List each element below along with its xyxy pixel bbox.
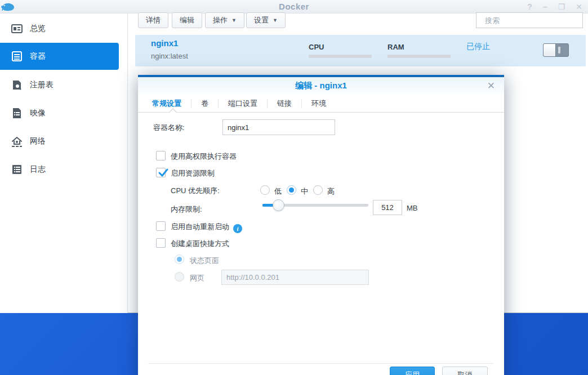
high-privilege-checkbox[interactable] <box>156 151 166 160</box>
sidebar-item-label: 日志 <box>30 164 46 175</box>
dialog-footer-divider <box>148 363 494 364</box>
network-icon <box>10 135 24 148</box>
cpu-high-radio[interactable] <box>313 185 323 195</box>
sidebar-item-container[interactable]: 容器 <box>0 43 119 70</box>
toggle-knob <box>544 44 556 56</box>
cpu-low-label: 低 <box>274 186 282 197</box>
status-page-label: 状态页面 <box>190 256 219 266</box>
close-window-icon[interactable]: ✕ <box>576 3 582 11</box>
maximize-icon[interactable]: ❐ <box>558 3 565 11</box>
details-button[interactable]: 详情 <box>138 12 168 28</box>
ram-meter-bar <box>387 55 451 58</box>
resource-limit-label: 启用资源限制 <box>171 168 215 178</box>
container-icon <box>10 50 24 63</box>
registry-icon <box>10 78 24 92</box>
auto-restart-checkbox[interactable] <box>156 221 166 231</box>
sidebar-item-network[interactable]: 网络 <box>0 134 119 149</box>
sidebar-item-image[interactable]: 映像 <box>0 106 119 120</box>
tab-environment[interactable]: 环境 <box>302 99 336 109</box>
apply-button[interactable]: 应用 <box>390 367 435 375</box>
close-dialog-icon[interactable]: ✕ <box>487 80 495 92</box>
overview-icon <box>10 22 24 35</box>
search-input[interactable] <box>485 16 584 25</box>
minimize-icon[interactable]: – <box>543 3 547 11</box>
container-name[interactable]: nginx1 <box>151 38 178 48</box>
high-privilege-label: 使用高权限执行容器 <box>171 151 237 162</box>
container-name-label: 容器名称: <box>153 123 185 133</box>
action-dropdown-button[interactable]: 操作▼ <box>205 12 244 28</box>
resource-limit-checkbox[interactable] <box>156 168 166 177</box>
cpu-label: CPU <box>309 43 324 51</box>
active-tab-notch <box>169 109 177 113</box>
tab-general-settings[interactable]: 常规设置 <box>142 99 191 109</box>
container-row-nginx1[interactable]: nginx1 nginx:latest CPU RAM 已停止 <box>135 35 586 66</box>
memory-unit-label: MB <box>407 204 418 212</box>
desktop-shortcut-label: 创建桌面快捷方式 <box>171 239 229 249</box>
cpu-medium-radio[interactable] <box>287 185 296 195</box>
sidebar: 总览 容器 注册表 映像 网络 <box>0 14 128 313</box>
tab-volume[interactable]: 卷 <box>191 99 218 109</box>
cpu-priority-label: CPU 优先顺序: <box>171 186 220 196</box>
check-icon <box>157 167 170 179</box>
container-name-input[interactable] <box>222 119 335 135</box>
sidebar-item-label: 映像 <box>30 108 46 118</box>
window-titlebar: Docker ? – ❐ ✕ <box>0 0 588 14</box>
log-icon <box>10 163 24 176</box>
sidebar-item-overview[interactable]: 总览 <box>0 21 119 36</box>
info-icon[interactable]: i <box>233 224 242 233</box>
sidebar-item-label: 注册表 <box>30 80 54 90</box>
tab-port-settings[interactable]: 端口设置 <box>219 99 267 109</box>
cpu-low-radio[interactable] <box>260 185 270 195</box>
cancel-button[interactable]: 取消 <box>442 367 488 375</box>
sidebar-item-registry[interactable]: 注册表 <box>0 78 119 92</box>
power-toggle[interactable] <box>543 43 569 57</box>
auto-restart-label: 启用自动重新启动i <box>171 222 242 233</box>
cpu-medium-label: 中 <box>301 186 308 197</box>
edit-container-dialog: 编辑 - nginx1 ✕ 常规设置 卷 端口设置 链接 环境 容器名称: 使用… <box>138 75 504 375</box>
dialog-header: 编辑 - nginx1 <box>138 77 504 95</box>
help-icon[interactable]: ? <box>527 3 532 11</box>
sidebar-item-label: 总览 <box>30 24 46 34</box>
sidebar-item-log[interactable]: 日志 <box>0 162 119 177</box>
memory-value-input[interactable] <box>373 200 402 215</box>
search-box <box>476 12 583 28</box>
window-controls: ? – ❐ ✕ <box>527 0 582 14</box>
chevron-down-icon: ▼ <box>273 17 278 23</box>
window-title: Docker <box>0 0 588 14</box>
sidebar-item-label: 网络 <box>30 136 46 146</box>
dialog-tabbar: 常规设置 卷 端口设置 链接 环境 <box>138 95 504 113</box>
settings-dropdown-button[interactable]: 设置▼ <box>246 12 286 28</box>
cpu-high-label: 高 <box>327 186 335 197</box>
memory-slider-knob[interactable] <box>273 199 284 211</box>
web-page-radio[interactable] <box>175 272 184 282</box>
cpu-meter-bar <box>309 55 372 58</box>
status-badge: 已停止 <box>466 42 490 52</box>
web-page-label: 网页 <box>190 273 204 283</box>
desktop-shortcut-checkbox[interactable] <box>156 238 166 248</box>
web-url-input[interactable] <box>221 270 369 285</box>
image-icon <box>10 106 24 120</box>
toggle-on-mark <box>558 47 560 53</box>
status-page-radio[interactable] <box>175 255 184 264</box>
container-image: nginx:latest <box>151 52 188 60</box>
memory-limit-label: 内存限制: <box>171 204 202 215</box>
chevron-down-icon: ▼ <box>231 17 237 23</box>
dialog-title: 编辑 - nginx1 <box>138 77 504 94</box>
sidebar-item-label: 容器 <box>30 51 46 61</box>
edit-button[interactable]: 编辑 <box>172 12 202 28</box>
ram-label: RAM <box>387 43 404 51</box>
tab-links[interactable]: 链接 <box>268 99 301 109</box>
